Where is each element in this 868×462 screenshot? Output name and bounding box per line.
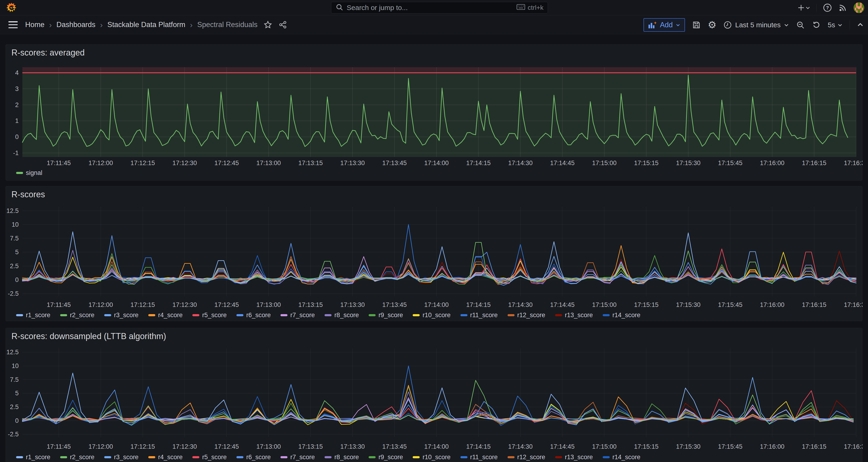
time-range-picker[interactable]: Last 5 minutes	[723, 21, 789, 29]
panel-title[interactable]: R-scores: downsampled (LTTB algorithm)	[11, 331, 166, 341]
legend-series-swatch	[555, 456, 562, 458]
legend-item[interactable]: r2_score	[60, 454, 94, 461]
svg-text:17:13:00: 17:13:00	[256, 159, 281, 166]
refresh-interval-picker[interactable]: 5s	[828, 21, 843, 29]
legend-series-label: r8_score	[334, 312, 359, 319]
svg-text:17:14:45: 17:14:45	[550, 159, 575, 166]
breadcrumb-dashboards[interactable]: Dashboards	[56, 21, 95, 29]
legend-item[interactable]: r11_score	[461, 312, 498, 319]
avatar[interactable]	[854, 2, 864, 13]
legend-item[interactable]: r14_score	[603, 312, 641, 319]
panel-title[interactable]: R-scores	[11, 190, 45, 199]
svg-text:17:14:45: 17:14:45	[550, 301, 575, 308]
breadcrumb-separator: ›	[190, 20, 193, 29]
legend-series-swatch	[603, 314, 610, 316]
chevron-down-icon	[805, 5, 810, 10]
favorite-button[interactable]	[264, 21, 272, 29]
zoom-out-button[interactable]	[796, 21, 805, 29]
legend-series-swatch	[413, 456, 420, 458]
svg-text:17:16:00: 17:16:00	[760, 301, 784, 308]
legend-item[interactable]: r10_score	[413, 312, 451, 319]
legend-series-swatch	[192, 456, 199, 458]
menu-icon[interactable]	[8, 21, 18, 28]
global-search[interactable]: ctrl+k	[331, 2, 548, 13]
svg-text:17:16:00: 17:16:00	[760, 443, 784, 450]
legend-item[interactable]: r14_score	[603, 454, 641, 461]
legend-item[interactable]: r13_score	[555, 312, 593, 319]
chart-area: 12.5107.552.50-2.517:11:4517:12:0017:12:…	[6, 328, 862, 462]
svg-text:17:15:15: 17:15:15	[634, 443, 658, 450]
chevron-down-icon	[676, 23, 680, 27]
legend-item[interactable]: r1_score	[16, 312, 50, 319]
settings-button[interactable]: ⚙	[708, 20, 717, 30]
legend-item[interactable]: r1_score	[16, 454, 50, 461]
legend-item[interactable]: r2_score	[60, 312, 94, 319]
legend-item[interactable]: r13_score	[555, 454, 593, 461]
svg-text:-1: -1	[13, 150, 19, 156]
chevron-down-icon	[784, 22, 789, 28]
legend-item[interactable]: r6_score	[237, 312, 271, 319]
collapse-toolbar-button[interactable]	[857, 22, 864, 28]
svg-text:17:15:30: 17:15:30	[676, 443, 701, 450]
new-button[interactable]	[797, 3, 810, 12]
legend-series-label: r1_score	[26, 454, 50, 461]
save-button[interactable]	[692, 21, 701, 29]
svg-text:3: 3	[15, 85, 19, 92]
svg-text:17:12:30: 17:12:30	[172, 443, 197, 450]
legend-series-swatch	[461, 456, 467, 458]
search-input[interactable]	[347, 4, 517, 12]
refresh-button[interactable]	[812, 21, 821, 29]
legend-item[interactable]: r5_score	[192, 312, 227, 319]
legend-item[interactable]: r12_score	[507, 312, 545, 319]
legend-series-swatch	[192, 314, 199, 316]
svg-text:7.5: 7.5	[10, 235, 19, 242]
legend-item[interactable]: signal	[16, 169, 42, 177]
svg-text:17:15:30: 17:15:30	[676, 159, 701, 166]
legend-item[interactable]: r8_score	[324, 454, 359, 461]
legend-item[interactable]: r6_score	[237, 454, 271, 461]
panel-title[interactable]: R-scores: averaged	[11, 48, 85, 58]
dashboard-toolbar: Home › Dashboards › Stackable Data Platf…	[0, 16, 868, 34]
breadcrumb-folder[interactable]: Stackable Data Platform	[107, 21, 185, 29]
legend-series-swatch	[237, 456, 243, 458]
legend-series-swatch	[461, 314, 467, 316]
add-button[interactable]: + Add	[644, 18, 685, 32]
legend-series-label: r11_score	[470, 312, 498, 319]
legend-series-label: r6_score	[246, 312, 271, 319]
legend-item[interactable]: r9_score	[369, 312, 403, 319]
breadcrumb-home[interactable]: Home	[25, 21, 44, 29]
grafana-logo-icon[interactable]	[6, 2, 17, 13]
gear-icon: ⚙	[708, 20, 717, 30]
legend-series-label: signal	[26, 169, 42, 177]
legend-item[interactable]: r8_score	[324, 312, 359, 319]
share-button[interactable]	[279, 21, 287, 29]
legend-series-swatch	[237, 314, 243, 316]
legend-item[interactable]: r7_score	[280, 454, 315, 461]
breadcrumb: Home › Dashboards › Stackable Data Platf…	[25, 20, 258, 29]
svg-text:17:12:00: 17:12:00	[88, 159, 113, 166]
legend-series-label: r5_score	[202, 454, 227, 461]
legend-item[interactable]: r7_score	[280, 312, 315, 319]
chevron-down-icon	[837, 22, 843, 28]
help-button[interactable]: ?	[823, 3, 832, 12]
news-button[interactable]	[838, 3, 847, 12]
legend-item[interactable]: r3_score	[104, 312, 138, 319]
legend-item[interactable]: r11_score	[461, 454, 498, 461]
legend-item[interactable]: r4_score	[148, 454, 183, 461]
svg-text:5: 5	[15, 390, 19, 397]
legend-item[interactable]: r4_score	[148, 312, 183, 319]
search-icon	[336, 3, 343, 12]
legend-series-swatch	[324, 456, 332, 458]
legend-series-label: r7_score	[290, 454, 315, 461]
legend-item[interactable]: r5_score	[192, 454, 227, 461]
legend-item[interactable]: r10_score	[413, 454, 451, 461]
legend-item[interactable]: r3_score	[104, 454, 138, 461]
legend-item[interactable]: r12_score	[507, 454, 545, 461]
legend-item[interactable]: r9_score	[369, 454, 403, 461]
legend-series-label: r10_score	[423, 454, 451, 461]
legend-series-label: r12_score	[517, 312, 545, 319]
svg-text:17:12:15: 17:12:15	[130, 443, 155, 450]
svg-text:17:11:45: 17:11:45	[46, 301, 71, 308]
svg-text:17:15:30: 17:15:30	[676, 301, 701, 308]
help-icon: ?	[823, 3, 832, 12]
